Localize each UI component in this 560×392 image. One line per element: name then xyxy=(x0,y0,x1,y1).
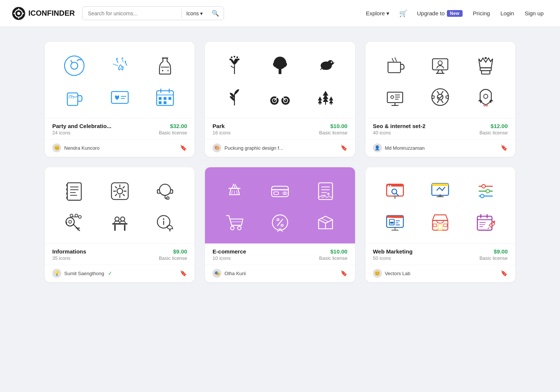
ic-calendar-pencil xyxy=(475,212,496,233)
icon-cell-3 xyxy=(221,84,248,111)
search-submit-button[interactable]: 🔍 xyxy=(207,7,224,20)
ic-sparkles xyxy=(109,55,130,76)
icon-cell-4 xyxy=(427,209,454,236)
card-info: Party and Celebratio... $32.00 24 icons … xyxy=(45,118,195,139)
icon-cell-2 xyxy=(312,178,339,205)
card-icons-party xyxy=(45,42,195,118)
card-info: Informations $9.00 35 icons Basic licens… xyxy=(45,243,195,265)
ic-plant xyxy=(224,87,245,108)
icon-cell-1 xyxy=(427,178,454,205)
bookmark-icon[interactable]: 🔖 xyxy=(501,144,508,151)
icon-cell-3 xyxy=(382,209,408,236)
avatar: 💡 xyxy=(52,269,61,278)
author-name: Vectors Lab xyxy=(385,271,411,276)
author-info[interactable]: 💡 Sumit Saengthong ✓ xyxy=(52,269,112,278)
search-input[interactable] xyxy=(83,7,181,19)
icon-cell-4 xyxy=(267,209,293,236)
ic-coffee xyxy=(385,55,405,76)
pricing-link[interactable]: Pricing xyxy=(469,7,495,19)
card-icons-seo xyxy=(365,42,515,118)
ic-new-monitor xyxy=(385,212,405,233)
icon-cell-4 xyxy=(106,84,133,111)
avatar: 👤 xyxy=(373,143,382,152)
bookmark-icon[interactable]: 🔖 xyxy=(340,144,348,151)
signup-label: Sign up xyxy=(525,10,544,16)
ic-discount-tag xyxy=(270,212,290,233)
bookmark-icon[interactable]: 🔖 xyxy=(180,144,187,151)
ic-tulip xyxy=(224,55,245,76)
icon-cell-0 xyxy=(221,178,248,205)
icon-cell-5 xyxy=(152,209,178,236)
card-price: $9.00 xyxy=(173,248,187,255)
login-link[interactable]: Login xyxy=(496,7,519,19)
icon-cell-1 xyxy=(106,52,133,79)
author-info[interactable]: 😊 Nendra Kuncoro xyxy=(52,143,100,152)
card-author: 😊 Nendra Kuncoro 🔖 xyxy=(45,139,195,157)
search-icon: 🔍 xyxy=(212,10,219,16)
card-price: $32.00 xyxy=(170,123,187,129)
explore-link[interactable]: Explore ▾ xyxy=(361,7,394,20)
icon-cell-2 xyxy=(472,52,499,79)
author-info[interactable]: 🎭 Olha Kurii xyxy=(212,269,246,278)
main-content: Party and Celebratio... $32.00 24 icons … xyxy=(22,27,538,297)
card-license: Basic license xyxy=(319,255,348,261)
card-party[interactable]: Party and Celebratio... $32.00 24 icons … xyxy=(45,42,195,157)
author-info[interactable]: 😊 Vectors Lab xyxy=(373,269,411,278)
card-count: 35 icons xyxy=(52,255,70,261)
author-info[interactable]: 👤 Md Moniruzzaman xyxy=(373,143,425,152)
card-informations[interactable]: Informations $9.00 35 icons Basic licens… xyxy=(45,167,195,282)
chevron-down-icon: ▾ xyxy=(200,10,203,16)
card-author: 👤 Md Moniruzzaman 🔖 xyxy=(365,139,515,157)
author-name: Olha Kurii xyxy=(224,271,246,276)
bookmark-icon[interactable]: 🔖 xyxy=(501,270,508,277)
ic-rocket xyxy=(475,87,496,108)
card-license: Basic license xyxy=(159,255,187,261)
ic-bird xyxy=(315,55,336,76)
icon-cell-0 xyxy=(382,178,408,205)
avatar: 😊 xyxy=(52,143,61,152)
cart-icon[interactable]: 🛒 xyxy=(395,6,411,21)
card-park[interactable]: Park $10.00 16 icons Basic license 🎨 Puc… xyxy=(205,42,355,157)
icon-cell-3 xyxy=(382,84,408,111)
nav-links: Explore ▾ 🛒 Upgrade to New Pricing Login… xyxy=(361,6,548,21)
icon-cell-0 xyxy=(61,52,88,79)
card-webmarketing[interactable]: Web Marketing $9.00 50 icons Basic licen… xyxy=(365,167,515,282)
ic-desk-people xyxy=(109,212,130,233)
card-ecommerce[interactable]: E-commerce $10.00 10 icons Basic license… xyxy=(205,167,355,282)
icon-cell-3 xyxy=(61,84,88,111)
new-badge: New xyxy=(447,10,463,17)
icon-cell-2 xyxy=(472,178,499,205)
card-license: Basic license xyxy=(319,130,348,136)
bookmark-icon[interactable]: 🔖 xyxy=(340,270,348,277)
ic-box xyxy=(315,212,336,233)
card-license: Basic license xyxy=(479,255,508,261)
upgrade-button[interactable]: Upgrade to New xyxy=(413,7,467,20)
ic-info-chat xyxy=(155,212,175,233)
ic-design-monitor xyxy=(430,181,451,202)
logo[interactable]: ICONFINDER xyxy=(12,7,75,20)
search-type-button[interactable]: Icons ▾ xyxy=(182,7,207,19)
pricing-label: Pricing xyxy=(473,10,490,16)
ic-gear-box xyxy=(109,181,130,202)
bookmark-icon[interactable]: 🔖 xyxy=(180,270,187,277)
card-count: 40 icons xyxy=(373,130,391,136)
card-count: 50 icons xyxy=(373,255,391,261)
verified-icon: ✓ xyxy=(108,270,112,276)
ic-bottle xyxy=(155,55,175,76)
ic-search-screen xyxy=(385,181,405,202)
avatar: 🎨 xyxy=(212,143,221,152)
card-count: 24 icons xyxy=(52,130,70,136)
author-info[interactable]: 🎨 Puckung graphic design f... xyxy=(212,143,283,152)
ic-document-lines xyxy=(64,181,85,202)
login-label: Login xyxy=(500,10,514,16)
signup-link[interactable]: Sign up xyxy=(520,7,548,19)
card-license: Basic license xyxy=(159,130,187,136)
author-name: Puckung graphic design f... xyxy=(224,145,283,151)
ic-card-heart xyxy=(109,87,130,108)
ic-settings-check xyxy=(430,87,451,108)
card-seo[interactable]: Seo & internet set-2 $12.00 40 icons Bas… xyxy=(365,42,515,157)
card-info: Web Marketing $9.00 50 icons Basic licen… xyxy=(365,243,515,265)
logo-text: ICONFINDER xyxy=(28,9,75,18)
ic-queen xyxy=(475,55,496,76)
svg-point-2 xyxy=(17,12,20,15)
